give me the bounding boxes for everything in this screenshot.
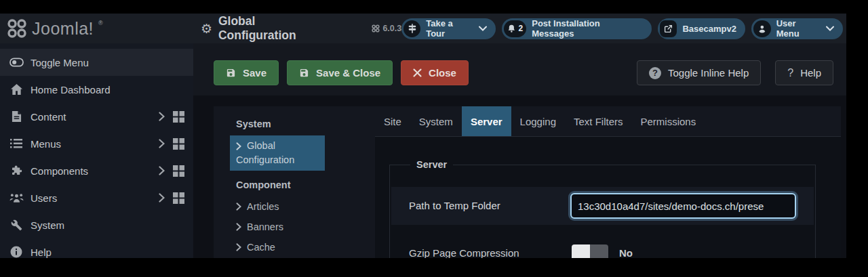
post-installation-messages-label: Post Installation Messages bbox=[532, 18, 643, 39]
sidebar-item-components[interactable]: Components bbox=[0, 157, 193, 184]
subnav-item-label-line2: Configuration bbox=[236, 154, 294, 165]
field-row-gzip-compression: Gzip Page Compression No bbox=[391, 233, 814, 258]
sidebar-item-menus[interactable]: Menus bbox=[0, 130, 193, 157]
gzip-toggle-state: No bbox=[619, 247, 633, 258]
post-installation-messages-button[interactable]: 2 Post Installation Messages bbox=[502, 18, 652, 39]
main-menu-sidebar: Toggle Menu Home Dashboard bbox=[0, 43, 193, 258]
save-disk-icon bbox=[299, 68, 309, 78]
sidebar-item-content[interactable]: Content bbox=[0, 103, 193, 130]
external-link-icon bbox=[660, 20, 677, 37]
save-disk-icon bbox=[226, 68, 236, 78]
save-and-close-button-label: Save & Close bbox=[316, 67, 380, 79]
dashboard-grid-icon[interactable] bbox=[173, 165, 184, 177]
tab-text-filters[interactable]: Text Filters bbox=[565, 106, 632, 136]
help-button[interactable]: ? Help bbox=[775, 60, 833, 85]
document-icon bbox=[9, 110, 24, 123]
user-icon bbox=[753, 20, 771, 37]
tab-system[interactable]: System bbox=[410, 106, 462, 136]
bell-icon: 2 bbox=[504, 20, 526, 37]
toggle-inline-help-label: Toggle Inline Help bbox=[668, 67, 749, 79]
subnav-group-header: System bbox=[236, 119, 375, 129]
close-button-label: Close bbox=[429, 67, 456, 79]
puzzle-icon bbox=[9, 165, 24, 177]
subnav-item-articles[interactable]: Articles bbox=[236, 196, 375, 217]
dashboard-grid-icon[interactable] bbox=[173, 111, 184, 123]
sidebar-item-label: Components bbox=[31, 165, 88, 177]
subnav-item-global-configuration[interactable]: Global Configuration bbox=[230, 135, 325, 171]
field-label: Gzip Page Compression bbox=[409, 247, 519, 258]
chevron-right-icon bbox=[159, 112, 165, 121]
basecamp-label: Basecampv2 bbox=[682, 24, 736, 34]
sidebar-item-toggle-menu[interactable]: Toggle Menu bbox=[0, 49, 193, 76]
toggle-inline-help-button[interactable]: ? Toggle Inline Help bbox=[637, 60, 761, 85]
subnav-item-label-line1: Global bbox=[247, 139, 275, 153]
chevron-right-icon bbox=[236, 142, 241, 150]
save-button-label: Save bbox=[243, 67, 267, 79]
sidebar-item-label: Content bbox=[31, 111, 66, 123]
list-icon bbox=[9, 139, 24, 148]
subnav-item-label: Banners bbox=[247, 221, 283, 232]
joomla-admin-app: Joomla! ® ⚙ Global Configuration 6.0.3 bbox=[0, 0, 846, 277]
wrench-icon bbox=[9, 219, 24, 231]
joomla-knot-icon bbox=[7, 18, 27, 39]
messages-count-badge: 2 bbox=[519, 24, 524, 33]
take-a-tour-button[interactable]: Take a Tour bbox=[401, 18, 496, 39]
toolbar: Save Save & Close bbox=[193, 43, 846, 95]
tab-logging[interactable]: Logging bbox=[511, 106, 565, 136]
fieldset-legend: Server bbox=[410, 159, 453, 170]
home-icon bbox=[9, 83, 24, 95]
subnav-item-banners[interactable]: Banners bbox=[236, 217, 375, 237]
chevron-right-icon bbox=[236, 243, 241, 251]
page-title: Global Configuration bbox=[218, 14, 335, 43]
header-actions: Take a Tour 2 Post Installation Messages bbox=[401, 18, 843, 39]
dashboard-grid-icon[interactable] bbox=[173, 138, 184, 150]
user-menu-label: User Menu bbox=[776, 18, 821, 39]
help-button-label: Help bbox=[800, 67, 821, 79]
toggle-on-half bbox=[590, 244, 608, 258]
sidebar-item-users[interactable]: Users bbox=[0, 184, 193, 211]
signpost-icon bbox=[403, 20, 420, 37]
tab-permissions[interactable]: Permissions bbox=[632, 106, 705, 136]
info-circle-icon bbox=[9, 246, 24, 258]
user-menu-button[interactable]: User Menu bbox=[751, 18, 843, 39]
main-area: Toggle Menu Home Dashboard bbox=[0, 43, 846, 258]
question-circle-icon: ? bbox=[649, 67, 661, 79]
users-icon bbox=[9, 193, 24, 203]
subnav-item-label: Cache bbox=[247, 242, 275, 253]
server-tab-content: Server Path to Temp Folder Gzip Page Com… bbox=[375, 137, 841, 258]
sidebar-item-home-dashboard[interactable]: Home Dashboard bbox=[0, 76, 193, 103]
tab-area: Site System Server Logging Text Filters … bbox=[375, 106, 841, 258]
tab-server[interactable]: Server bbox=[462, 106, 511, 136]
dashboard-grid-icon[interactable] bbox=[173, 192, 184, 204]
field-label: Path to Temp Folder bbox=[409, 200, 500, 211]
chevron-right-icon bbox=[159, 166, 165, 175]
save-and-close-button[interactable]: Save & Close bbox=[287, 60, 393, 85]
tab-site[interactable]: Site bbox=[375, 106, 410, 136]
header-bar: Joomla! ® ⚙ Global Configuration 6.0.3 bbox=[0, 14, 846, 43]
sidebar-item-label: System bbox=[31, 219, 64, 231]
path-to-temp-folder-input[interactable] bbox=[570, 193, 796, 219]
chevron-right-icon bbox=[159, 193, 165, 203]
subnav-item-cache[interactable]: Cache bbox=[236, 237, 375, 257]
close-button[interactable]: Close bbox=[401, 60, 469, 85]
sidebar-item-label: Menus bbox=[31, 138, 61, 150]
close-x-icon bbox=[413, 68, 422, 77]
take-a-tour-label: Take a Tour bbox=[426, 18, 473, 39]
gear-icon: ⚙ bbox=[201, 22, 212, 35]
question-mark-icon: ? bbox=[787, 67, 793, 79]
sidebar-item-label: Help bbox=[31, 247, 52, 258]
basecamp-link-button[interactable]: Basecampv2 bbox=[658, 18, 745, 39]
sidebar-item-help[interactable]: Help bbox=[0, 238, 193, 258]
chevron-right-icon bbox=[159, 139, 165, 148]
sidebar-item-system[interactable]: System bbox=[0, 211, 193, 238]
field-row-path-to-temp-folder: Path to Temp Folder bbox=[391, 187, 814, 225]
sidebar-item-label: Toggle Menu bbox=[31, 57, 89, 68]
gzip-toggle-switch[interactable] bbox=[572, 244, 608, 258]
save-button[interactable]: Save bbox=[214, 60, 279, 85]
server-fieldset: Server Path to Temp Folder Gzip Page Com… bbox=[389, 165, 816, 258]
joomla-logo[interactable]: Joomla! ® bbox=[0, 18, 192, 39]
subnav-group-header: Component bbox=[236, 179, 375, 190]
logo-wordmark: Joomla! bbox=[32, 19, 94, 39]
sidebar-item-label: Home Dashboard bbox=[31, 84, 111, 95]
logo-registered-mark: ® bbox=[98, 20, 103, 26]
